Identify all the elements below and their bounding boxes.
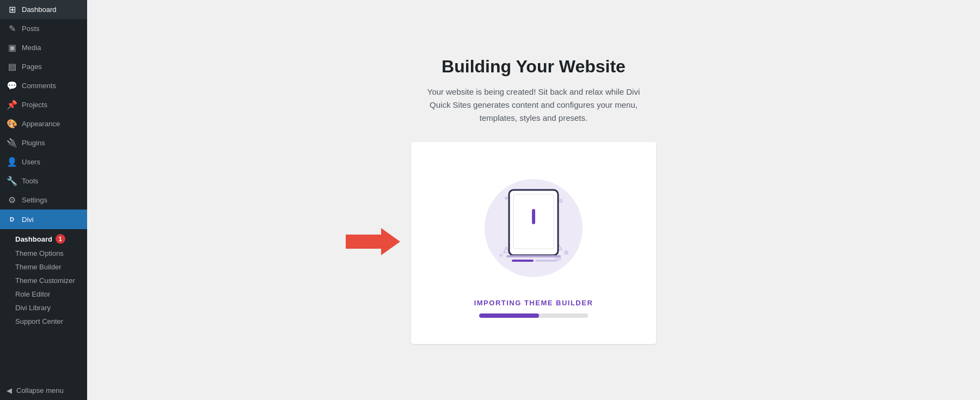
building-card: IMPORTING THEME BUILDER bbox=[411, 142, 656, 344]
divi-sub-divi-library[interactable]: Divi Library bbox=[0, 301, 87, 315]
sidebar-divi-section: D Divi bbox=[0, 210, 87, 229]
sidebar-item-posts[interactable]: ✎ Posts bbox=[0, 19, 87, 38]
dashboard-badge: 1 bbox=[56, 234, 65, 244]
svg-marker-0 bbox=[346, 228, 400, 255]
appearance-icon: 🎨 bbox=[7, 119, 17, 129]
svg-rect-10 bbox=[532, 209, 535, 224]
svg-rect-13 bbox=[535, 260, 557, 262]
settings-icon: ⚙ bbox=[7, 195, 17, 205]
sidebar-item-media[interactable]: ▣ Media bbox=[0, 38, 87, 57]
svg-rect-12 bbox=[512, 260, 534, 262]
divi-sub-menu: Dashboard 1 Theme Options Theme Builder … bbox=[0, 229, 87, 330]
sidebar-item-users[interactable]: 👤 Users bbox=[0, 152, 87, 171]
status-text: IMPORTING THEME BUILDER bbox=[474, 299, 593, 307]
sidebar-item-divi[interactable]: D Divi bbox=[0, 210, 87, 229]
divi-icon: D bbox=[7, 214, 17, 225]
sidebar-item-projects[interactable]: 📌 Projects bbox=[0, 95, 87, 114]
sidebar-item-comments[interactable]: 💬 Comments bbox=[0, 76, 87, 95]
red-arrow-icon bbox=[346, 228, 400, 255]
tools-icon: 🔧 bbox=[7, 176, 17, 186]
sidebar-item-appearance[interactable]: 🎨 Appearance bbox=[0, 114, 87, 133]
progress-bar-fill bbox=[479, 313, 539, 318]
svg-rect-11 bbox=[506, 255, 561, 257]
divi-sub-theme-builder[interactable]: Theme Builder bbox=[0, 260, 87, 274]
media-icon: ▣ bbox=[7, 42, 17, 53]
divi-sub-theme-options[interactable]: Theme Options bbox=[0, 247, 87, 260]
users-icon: 👤 bbox=[7, 157, 17, 167]
posts-icon: ✎ bbox=[7, 23, 17, 34]
pages-icon: ▤ bbox=[7, 61, 17, 72]
sidebar-item-pages[interactable]: ▤ Pages bbox=[0, 57, 87, 76]
collapse-menu-button[interactable]: ◀ Collapse menu bbox=[0, 381, 87, 400]
progress-bar-container bbox=[479, 313, 588, 318]
arrow-container bbox=[346, 228, 400, 257]
sidebar-item-tools[interactable]: 🔧 Tools bbox=[0, 171, 87, 190]
sidebar-item-dashboard[interactable]: ⊞ Dashboard bbox=[0, 0, 87, 19]
projects-icon: 📌 bbox=[7, 100, 17, 110]
plugins-icon: 🔌 bbox=[7, 138, 17, 148]
content-wrapper: Building Your Website Your website is be… bbox=[289, 57, 779, 344]
main-content: Building Your Website Your website is be… bbox=[87, 0, 980, 400]
divi-sub-dashboard[interactable]: Dashboard 1 bbox=[0, 231, 87, 247]
comments-icon: 💬 bbox=[7, 81, 17, 91]
divi-sub-role-editor[interactable]: Role Editor bbox=[0, 287, 87, 301]
sidebar-item-settings[interactable]: ⚙ Settings bbox=[0, 190, 87, 210]
collapse-icon: ◀ bbox=[7, 386, 12, 395]
laptop-illustration bbox=[498, 184, 569, 272]
divi-sub-theme-customizer[interactable]: Theme Customizer bbox=[0, 274, 87, 287]
sidebar-item-plugins[interactable]: 🔌 Plugins bbox=[0, 133, 87, 152]
illustration bbox=[474, 168, 593, 288]
dashboard-icon: ⊞ bbox=[7, 4, 17, 15]
page-subtitle: Your website is being created! Sit back … bbox=[416, 85, 651, 125]
page-title: Building Your Website bbox=[442, 57, 626, 77]
sidebar: ⊞ Dashboard ✎ Posts ▣ Media ▤ Pages 💬 Co… bbox=[0, 0, 87, 400]
divi-sub-support-center[interactable]: Support Center bbox=[0, 315, 87, 328]
